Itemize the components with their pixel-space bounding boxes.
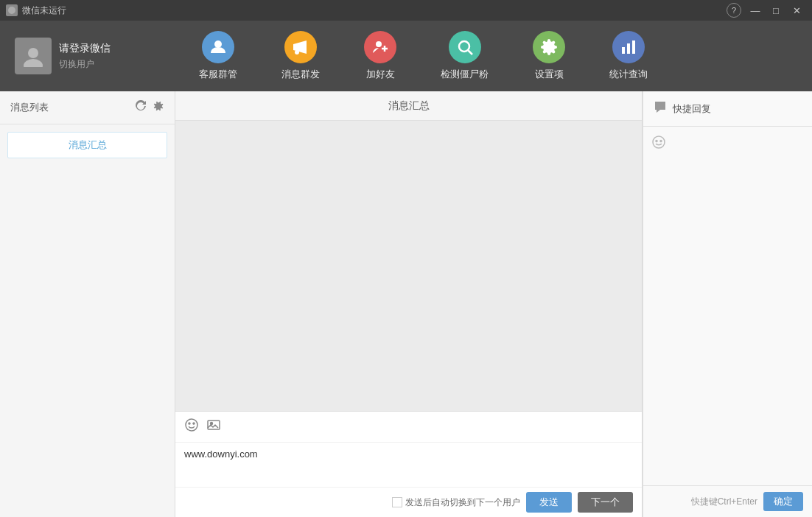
app-title: 微信未运行 [22,4,727,17]
nav-item-detect[interactable]: 检测僵尸粉 [419,24,511,88]
svg-point-3 [214,41,222,48]
nav-label-customer: 客服群管 [199,68,237,81]
svg-line-9 [468,51,472,55]
titlebar: 微信未运行 ? — □ ✕ [0,0,812,21]
toolbar-nav: 客服群管 消息群发 加好友 [177,24,797,88]
quick-reply-title: 快捷回复 [673,102,711,116]
emoji-button[interactable] [184,418,199,436]
nav-item-broadcast[interactable]: 消息群发 [259,24,342,88]
nav-label-stats: 统计查询 [609,68,648,81]
quick-reply-emoji[interactable] [651,137,667,153]
nav-label-broadcast: 消息群发 [281,68,320,81]
svg-point-0 [8,7,15,14]
chat-input-area: www.downyi.com 发送后自动切换到下一个用户 发送 下一个 [175,411,642,517]
toolbar: 请登录微信 切换用户 客服群管 消息群发 [0,21,812,91]
auto-switch-label: 发送后自动切换到下一个用户 [392,496,520,509]
minimize-button[interactable]: — [746,3,765,18]
customer-icon [202,31,234,63]
chat-area: 消息汇总 [175,91,643,517]
quick-reply-panel: 快捷回复 快捷键Ctrl+Enter 确定 [643,91,812,517]
chat-toolbar [175,412,642,443]
sidebar: 消息列表 消息汇总 [0,91,175,517]
user-section: 请登录微信 切换用户 [15,38,155,74]
image-button[interactable] [206,418,221,436]
nav-item-add-friend[interactable]: 加好友 [342,24,419,88]
svg-point-1 [28,48,38,58]
main-content: 消息列表 消息汇总 消息汇总 [0,91,812,517]
svg-point-4 [295,50,299,54]
help-button[interactable]: ? [727,3,741,18]
detect-icon [449,31,481,63]
svg-point-22 [660,141,662,142]
nav-label-add-friend: 加好友 [366,68,395,81]
nav-label-settings: 设置项 [535,68,564,81]
svg-point-8 [459,41,469,52]
shortcut-hint: 快捷键Ctrl+Enter [691,496,757,508]
add-friend-icon [364,31,396,63]
svg-rect-12 [627,43,630,54]
nav-label-detect: 检测僵尸粉 [441,68,489,81]
sidebar-actions [135,100,164,115]
chat-bottom-bar: 发送后自动切换到下一个用户 发送 下一个 [175,487,642,517]
quick-reply-bottom: 快捷键Ctrl+Enter 确定 [643,485,812,517]
svg-rect-13 [632,41,635,54]
nav-item-stats[interactable]: 统计查询 [587,24,670,88]
quick-reply-icon [654,100,667,117]
nav-item-settings[interactable]: 设置项 [511,24,587,88]
stats-icon [612,31,645,63]
maximize-button[interactable]: □ [766,3,785,18]
settings-icon [533,31,565,63]
chat-input-text[interactable]: www.downyi.com [175,443,642,487]
quick-reply-header: 快捷回复 [643,91,812,127]
confirm-button[interactable]: 确定 [763,492,803,511]
close-button[interactable]: ✕ [787,3,806,18]
sidebar-title: 消息列表 [10,101,49,114]
next-button[interactable]: 下一个 [578,492,633,513]
svg-point-16 [189,423,190,424]
sidebar-settings-button[interactable] [153,100,164,115]
sidebar-refresh-button[interactable] [135,100,147,115]
chat-messages[interactable] [175,121,642,411]
broadcast-icon [284,31,317,63]
window-controls: ? — □ ✕ [727,3,806,18]
chat-header: 消息汇总 [175,91,642,121]
avatar [15,38,52,74]
svg-point-20 [653,136,665,148]
svg-point-17 [193,423,195,424]
auto-switch-checkbox[interactable] [392,497,402,507]
chat-title: 消息汇总 [388,99,430,113]
quick-reply-content [643,127,812,485]
switch-user-link[interactable]: 切换用户 [59,58,111,71]
sidebar-header: 消息列表 [0,91,175,124]
sidebar-list: 消息汇总 [0,124,175,517]
send-button[interactable]: 发送 [526,492,572,513]
user-info: 请登录微信 切换用户 [59,42,111,71]
nav-item-customer[interactable]: 客服群管 [177,24,259,88]
svg-point-21 [656,141,657,142]
svg-point-19 [211,423,213,425]
sidebar-item-message-summary[interactable]: 消息汇总 [7,132,167,158]
svg-point-2 [24,59,43,67]
app-icon [6,4,18,16]
svg-point-5 [376,41,382,47]
user-name: 请登录微信 [59,42,111,55]
svg-rect-11 [622,47,625,54]
svg-point-15 [186,419,197,431]
